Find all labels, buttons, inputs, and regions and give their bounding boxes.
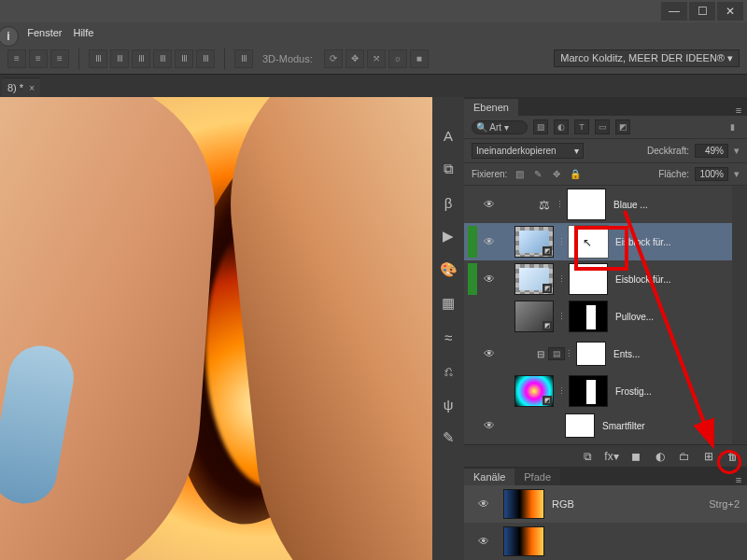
channel-thumb[interactable] xyxy=(503,489,544,519)
filter-adjust-icon[interactable]: ◐ xyxy=(554,119,569,134)
lock-paint-icon[interactable]: ✎ xyxy=(531,168,544,181)
link-layers-icon[interactable]: ⧉ xyxy=(581,450,594,463)
brush-panel-icon[interactable]: ψ xyxy=(438,394,458,414)
smartfilter-row[interactable]: 👁 Smartfilter xyxy=(464,410,732,441)
3d-pan-icon[interactable]: ✥ xyxy=(345,49,364,68)
smartobject-badge-icon: ◩ xyxy=(543,396,552,405)
paragraph-panel-icon[interactable]: ⧉ xyxy=(438,159,458,179)
adjustments-panel-icon[interactable]: ≈ xyxy=(438,327,458,347)
layer-name-label[interactable]: Eisblock für... xyxy=(615,274,728,285)
lock-position-icon[interactable]: ✥ xyxy=(550,168,563,181)
menu-item-hilfe[interactable]: Hilfe xyxy=(73,27,93,38)
new-group-icon[interactable]: 🗀 xyxy=(678,450,691,463)
visibility-toggle-icon[interactable]: 👁 xyxy=(477,198,501,211)
visibility-toggle-icon[interactable]: 👁 xyxy=(477,347,501,360)
new-adjustment-icon[interactable]: ◐ xyxy=(654,450,667,463)
layer-row-ents[interactable]: 👁 ⊟ ▤ ⋮ Ents... xyxy=(464,335,732,372)
filter-pixel-icon[interactable]: ▧ xyxy=(533,119,548,134)
document-canvas[interactable] xyxy=(0,97,432,560)
channel-name-label: RGB xyxy=(552,498,701,510)
lock-fill-row: Fixieren: ▧ ✎ ✥ 🔒 Fläche: 100% ▾ xyxy=(464,163,747,186)
distribute-icon[interactable]: Ⅲ xyxy=(153,49,172,68)
3d-light-icon[interactable]: ☼ xyxy=(388,49,407,68)
lock-transparency-icon[interactable]: ▧ xyxy=(513,168,526,181)
layer-mask-thumb[interactable] xyxy=(569,263,608,295)
layer-thumb[interactable]: ◩ xyxy=(514,375,554,407)
filter-smart-icon[interactable]: ◩ xyxy=(615,119,630,134)
color-panel-icon[interactable]: 🎨 xyxy=(438,259,458,280)
blend-mode-select[interactable]: Ineinanderkopieren▾ xyxy=(472,143,584,159)
smartfilter-mask-thumb[interactable] xyxy=(565,413,595,438)
layer-mask-thumb[interactable] xyxy=(567,189,606,220)
tab-kanaele[interactable]: Kanäle xyxy=(464,469,514,485)
layer-mask-thumb[interactable] xyxy=(569,375,608,407)
workspace-user-combo[interactable]: Marco Kolditz, MEER DER IDEEN® ▾ xyxy=(554,49,740,67)
layer-row-blaue[interactable]: 👁 ⚖ ⋮ Blaue ... xyxy=(464,186,732,223)
tab-ebenen[interactable]: Ebenen xyxy=(464,99,518,116)
layer-row-eisblock-1[interactable]: 👁 ◩ ⋮ ↖ Eisblock für... xyxy=(464,223,732,260)
layer-search-input[interactable]: 🔍 Art ▾ xyxy=(472,120,528,134)
character-panel-icon[interactable]: A xyxy=(438,125,458,146)
visibility-toggle-icon[interactable]: 👁 xyxy=(477,419,501,432)
panel-menu-icon[interactable]: ≡ xyxy=(730,105,747,116)
lock-all-icon[interactable]: 🔒 xyxy=(569,168,582,181)
history-panel-icon[interactable]: ⎌ xyxy=(438,360,458,381)
channel-thumb[interactable] xyxy=(503,526,544,556)
layer-mask-thumb[interactable]: ↖ xyxy=(569,226,608,258)
layer-thumb[interactable]: ◩ xyxy=(514,301,554,332)
add-mask-icon[interactable]: ◼ xyxy=(629,450,642,463)
visibility-toggle-icon[interactable]: 👁 xyxy=(477,235,501,248)
visibility-toggle-icon[interactable]: 👁 xyxy=(472,497,496,511)
distribute-icon[interactable]: Ⅲ xyxy=(196,49,215,68)
3d-orbit-icon[interactable]: ⟳ xyxy=(324,49,343,68)
panel-menu-icon[interactable]: ≡ xyxy=(730,474,747,485)
layers-scrollbar[interactable] xyxy=(732,186,747,444)
tab-pfade[interactable]: Pfade xyxy=(514,469,560,485)
fill-input[interactable]: 100% xyxy=(695,167,728,181)
layer-name-label[interactable]: Pullove... xyxy=(615,312,728,322)
visibility-toggle-icon[interactable]: 👁 xyxy=(477,273,501,286)
tool-presets-panel-icon[interactable]: ✎ xyxy=(438,427,458,448)
distribute-icon[interactable]: Ⅲ xyxy=(89,49,107,68)
distribute-icon[interactable]: Ⅲ xyxy=(132,49,150,68)
opacity-input[interactable]: 49% xyxy=(695,144,728,158)
window-close-button[interactable]: ✕ xyxy=(717,2,743,21)
visibility-toggle-icon[interactable]: 👁 xyxy=(472,535,496,548)
styles-panel-icon[interactable]: β xyxy=(438,192,458,213)
layer-row-frostig[interactable]: ◩ ⋮ Frostig... xyxy=(464,372,732,410)
align-icon[interactable]: ≡ xyxy=(50,49,69,68)
menu-item-fenster[interactable]: Fenster xyxy=(27,27,62,38)
align-icon[interactable]: ≡ xyxy=(29,49,48,68)
layer-row-pullover[interactable]: ◩ ⋮ Pullove... xyxy=(464,298,732,335)
filter-toggle-icon[interactable]: ▮ xyxy=(725,119,740,134)
layer-row-eisblock-2[interactable]: 👁 ◩ ⋮ Eisblock für... xyxy=(464,260,732,298)
swatches-panel-icon[interactable]: ▦ xyxy=(438,293,458,314)
3d-move-icon[interactable]: ⤧ xyxy=(367,49,386,68)
actions-panel-icon[interactable]: ▶ xyxy=(438,226,458,246)
layers-list[interactable]: 👁 ⚖ ⋮ Blaue ... 👁 ◩ ⋮ ↖ Eisblock für... xyxy=(464,186,732,444)
document-tab[interactable]: 8) * × xyxy=(2,77,40,97)
layer-effects-icon[interactable]: fx▾ xyxy=(605,450,618,463)
new-layer-icon[interactable]: ⊞ xyxy=(702,450,715,463)
3d-camera-icon[interactable]: ■ xyxy=(410,49,429,68)
layer-mask-thumb[interactable] xyxy=(569,301,608,332)
distribute-icon[interactable]: Ⅲ xyxy=(175,49,193,68)
filter-shape-icon[interactable]: ▭ xyxy=(595,119,610,134)
layer-name-label[interactable]: Frostig... xyxy=(615,386,728,397)
window-maximize-button[interactable]: ☐ xyxy=(689,2,715,21)
layer-mask-thumb[interactable] xyxy=(576,342,606,366)
layer-thumb[interactable]: ◩ xyxy=(514,263,554,295)
layer-name-label[interactable]: Eisblock für... xyxy=(615,237,728,247)
layer-thumb[interactable]: ◩ xyxy=(514,226,554,258)
channel-row[interactable]: 👁 xyxy=(464,523,747,560)
layer-name-label[interactable]: Blaue ... xyxy=(613,200,728,210)
channel-shortcut-label: Strg+2 xyxy=(709,498,740,510)
layer-name-label[interactable]: Ents... xyxy=(613,349,728,359)
close-icon[interactable]: × xyxy=(29,83,35,93)
window-minimize-button[interactable]: — xyxy=(661,2,687,21)
align-icon[interactable]: ≡ xyxy=(7,49,26,68)
distribute-icon[interactable]: Ⅲ xyxy=(110,49,129,68)
channel-row-rgb[interactable]: 👁 RGB Strg+2 xyxy=(464,485,747,523)
filter-type-icon[interactable]: T xyxy=(574,119,589,134)
distribute-icon[interactable]: Ⅲ xyxy=(234,49,253,68)
